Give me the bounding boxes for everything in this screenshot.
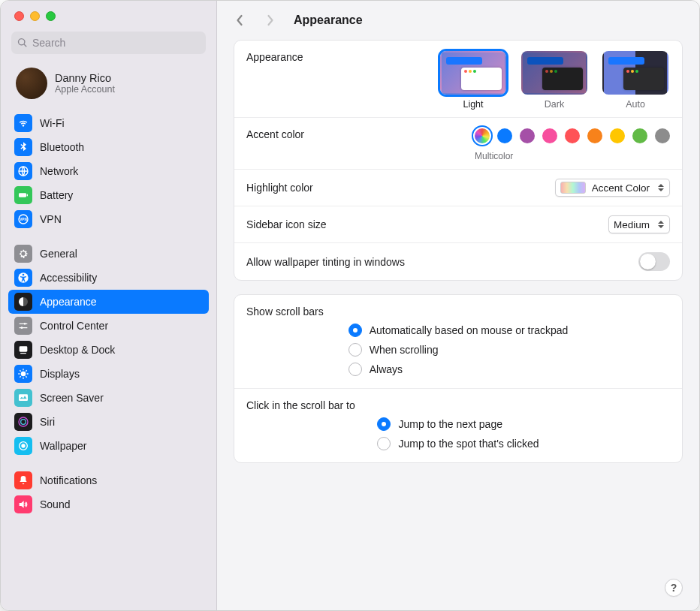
accent-swatch-yellow[interactable]: [610, 128, 625, 143]
scrollbars-option-1[interactable]: When scrolling: [348, 343, 569, 357]
sidebar-item-label: Notifications: [40, 474, 97, 486]
sidebar-item-displays[interactable]: Displays: [8, 362, 209, 386]
appearance-icon: [14, 293, 32, 311]
content: Appearance LightDarkAuto Accent color Mu…: [217, 40, 699, 610]
vpn-icon: VPN: [14, 210, 32, 228]
radio-label: When scrolling: [370, 344, 439, 356]
appearance-option-dark[interactable]: Dark: [521, 51, 587, 110]
sidebar-item-label: Bluetooth: [40, 141, 84, 153]
svg-point-7: [24, 323, 26, 325]
sidebar-icon-row: Sidebar icon size Medium: [234, 206, 682, 242]
close-icon[interactable]: [14, 11, 24, 21]
search-icon: [17, 38, 28, 48]
sidebar-icon-popup[interactable]: Medium: [608, 215, 670, 233]
toolbar: Appearance: [217, 1, 699, 40]
help-button[interactable]: ?: [665, 579, 683, 597]
sidebar-item-appearance[interactable]: Appearance: [8, 290, 209, 314]
accent-swatch-pink[interactable]: [542, 128, 557, 143]
sidebar-item-control-center[interactable]: Control Center: [8, 314, 209, 338]
sidebar-item-network[interactable]: Network: [8, 159, 209, 183]
tinting-label: Allow wallpaper tinting in windows: [246, 256, 405, 268]
chevron-left-icon: [235, 14, 245, 27]
minimize-icon[interactable]: [30, 11, 40, 21]
scrollclick-group: Jump to the next pageJump to the spot th…: [377, 416, 539, 453]
screensaver-icon: [14, 389, 32, 407]
sliders-icon: [14, 317, 32, 335]
zoom-icon[interactable]: [46, 11, 56, 21]
sidebar-item-label: Appearance: [40, 296, 97, 308]
highlight-value: Accent Color: [592, 182, 650, 194]
appearance-option-auto[interactable]: Auto: [602, 51, 668, 110]
tinting-toggle[interactable]: [638, 252, 670, 271]
radio-icon: [377, 437, 391, 450]
radio-icon: [348, 324, 362, 337]
search-field[interactable]: [11, 32, 206, 54]
search-input[interactable]: [32, 37, 200, 49]
sidebar-item-label: General: [40, 248, 77, 260]
sidebar-item-sound[interactable]: Sound: [8, 492, 209, 516]
accent-swatch-graphite[interactable]: [655, 128, 670, 143]
appearance-option-label: Auto: [626, 99, 645, 110]
radio-label: Always: [370, 363, 403, 375]
account-name: Danny Rico: [55, 72, 115, 84]
sidebar-item-wallpaper[interactable]: Wallpaper: [8, 434, 209, 458]
sidebar-item-label: Desktop & Dock: [40, 344, 115, 356]
svg-point-6: [23, 274, 25, 276]
sidebar-item-label: Control Center: [40, 320, 108, 332]
scrollbars-option-0[interactable]: Automatically based on mouse or trackpad: [348, 324, 569, 337]
accent-swatch-purple[interactable]: [520, 128, 535, 143]
sidebar-item-wi-fi[interactable]: Wi-Fi: [8, 111, 209, 135]
wifi-icon: [14, 114, 32, 132]
radio-label: Jump to the next page: [398, 418, 502, 430]
appearance-option-label: Dark: [545, 99, 564, 110]
wallpaper-icon: [14, 437, 32, 455]
scrollclick-option-1[interactable]: Jump to the spot that's clicked: [377, 437, 539, 450]
highlight-row: Highlight color Accent Color: [234, 169, 682, 206]
radio-icon: [377, 417, 391, 431]
radio-icon: [348, 363, 362, 376]
account-sub: Apple Account: [55, 84, 115, 95]
appearance-option-light[interactable]: Light: [440, 51, 506, 110]
sidebar-item-siri[interactable]: Siri: [8, 410, 209, 434]
accent-row: Accent color Multicolor: [234, 117, 682, 169]
svg-rect-12: [19, 394, 28, 401]
svg-rect-1: [19, 193, 26, 197]
appearance-thumb-light: [440, 51, 506, 95]
sidebar-item-accessibility[interactable]: Accessibility: [8, 266, 209, 290]
scrollclick-title: Click in the scroll bar to: [234, 388, 682, 416]
account-row[interactable]: Danny Rico Apple Account: [1, 60, 216, 110]
sidebar-item-general[interactable]: General: [8, 242, 209, 266]
accent-swatch-red[interactable]: [565, 128, 580, 143]
highlight-popup[interactable]: Accent Color: [555, 179, 670, 197]
sidebar-item-screen-saver[interactable]: Screen Saver: [8, 386, 209, 410]
page-title: Appearance: [294, 14, 363, 27]
svg-text:VPN: VPN: [20, 218, 27, 221]
highlight-swatch-icon: [560, 182, 586, 194]
forward-button[interactable]: [259, 10, 280, 31]
appearance-panel: Appearance LightDarkAuto Accent color Mu…: [234, 40, 683, 281]
appearance-row: Appearance LightDarkAuto: [234, 41, 682, 117]
chevron-updown-icon: [656, 218, 666, 230]
globe-icon: [14, 162, 32, 180]
displays-icon: [14, 365, 32, 383]
accent-swatch-multicolor[interactable]: [475, 128, 490, 143]
sidebar-item-notifications[interactable]: Notifications: [8, 468, 209, 492]
sidebar-item-label: Battery: [40, 189, 73, 201]
svg-point-8: [21, 327, 23, 329]
scrollclick-option-0[interactable]: Jump to the next page: [377, 417, 539, 431]
sidebar-item-desktop-dock[interactable]: Desktop & Dock: [8, 338, 209, 362]
scrollbars-option-2[interactable]: Always: [348, 363, 569, 376]
sidebar-item-vpn[interactable]: VPNVPN: [8, 207, 209, 231]
radio-icon: [348, 343, 362, 357]
accent-selected-label: Multicolor: [475, 151, 513, 161]
chevron-right-icon: [265, 14, 275, 27]
accent-swatch-blue[interactable]: [497, 128, 512, 143]
accent-swatch-green[interactable]: [632, 128, 647, 143]
sidebar-item-label: VPN: [40, 213, 62, 225]
sidebar-item-battery[interactable]: Battery: [8, 183, 209, 207]
svg-rect-10: [20, 353, 26, 354]
back-button[interactable]: [229, 10, 250, 31]
sidebar-item-bluetooth[interactable]: Bluetooth: [8, 135, 209, 159]
accent-swatch-orange[interactable]: [587, 128, 602, 143]
sound-icon: [14, 495, 32, 513]
